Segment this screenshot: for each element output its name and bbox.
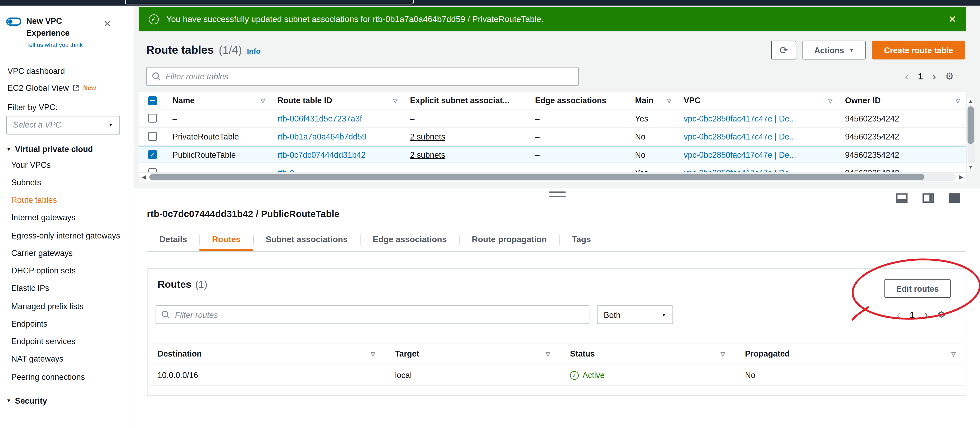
sort-icon[interactable]: ▽ [389, 97, 398, 104]
create-route-table-button[interactable]: Create route table [872, 41, 965, 59]
sidebar-item-elastic-ips[interactable]: Elastic IPs [0, 280, 134, 298]
tab-subnet-associations[interactable]: Subnet associations [253, 228, 360, 251]
scroll-down-icon[interactable]: ▼ [968, 164, 973, 171]
close-icon[interactable]: ✕ [103, 18, 111, 30]
tab-routes[interactable]: Routes [199, 228, 253, 251]
scroll-thumb[interactable] [150, 174, 925, 180]
routes-column-header-status[interactable]: Status▽ [560, 349, 735, 358]
vpc-link[interactable]: vpc-0bc2850fac417c47e | De... [684, 168, 796, 172]
sidebar-item-managed-prefix-lists[interactable]: Managed prefix lists [0, 298, 134, 316]
actions-button[interactable]: Actions ▼ [802, 41, 866, 59]
preferences-gear-icon[interactable]: ⚙ [945, 71, 954, 82]
select-all-checkbox[interactable] [148, 96, 157, 105]
tab-details[interactable]: Details [147, 228, 199, 251]
sidebar-item-endpoints[interactable]: Endpoints [0, 315, 134, 333]
tab-tags[interactable]: Tags [560, 228, 604, 251]
sort-icon[interactable]: ▽ [663, 97, 671, 104]
scroll-left-icon[interactable]: ◀ [139, 174, 149, 180]
sort-icon[interactable]: ▽ [367, 351, 375, 357]
scroll-right-icon[interactable]: ▶ [956, 174, 966, 180]
column-header-name[interactable]: Name▽ [166, 96, 271, 105]
row-checkbox[interactable] [148, 168, 157, 172]
sidebar-item-dhcp-option-sets[interactable]: DHCP option sets [0, 262, 134, 280]
filter-routes-input[interactable] [156, 305, 589, 324]
scroll-track[interactable] [967, 105, 974, 164]
cell-vpc: vpc-0bc2850fac417c47e | De... [678, 168, 839, 172]
routes-filter-dropdown[interactable]: Both ▼ [597, 305, 673, 324]
sort-icon[interactable]: ▽ [257, 97, 265, 104]
sidebar-item-subnets[interactable]: Subnets [0, 174, 134, 192]
column-header-vpc[interactable]: VPC▽ [678, 96, 839, 105]
new-experience-toggle[interactable] [6, 18, 21, 26]
sidebar-item-endpoint-services[interactable]: Endpoint services [0, 333, 134, 351]
info-link[interactable]: Info [247, 46, 261, 55]
route-table-id-link[interactable]: rtb-0c7dc07444dd31b42 [277, 150, 366, 159]
sidebar-section-virtual-private-cloud[interactable]: ▼ Virtual private cloud [0, 134, 134, 157]
layout-hide-panel-icon[interactable] [949, 193, 960, 203]
route-table-id-link[interactable]: rtb-0b1a7a0a464b7dd59 [277, 132, 367, 141]
row-checkbox[interactable] [148, 132, 157, 141]
sidebar-section-security[interactable]: ▼ Security [0, 386, 134, 408]
sidebar-item-nat-gateways[interactable]: NAT gateways [0, 351, 134, 369]
sort-icon[interactable]: ▽ [947, 351, 956, 357]
sidebar-item-vpc-dashboard[interactable]: VPC dashboard [0, 62, 134, 80]
route-table-row[interactable]: ✓PublicRouteTablertb-0c7dc07444dd31b422 … [139, 146, 966, 164]
route-table-id-link[interactable]: rtb-006f431d5e7237a3f [277, 113, 362, 123]
scroll-thumb[interactable] [967, 106, 974, 144]
sort-icon[interactable]: ▽ [542, 351, 550, 357]
column-header-explicit-subnet-associat[interactable]: Explicit subnet associat... [404, 96, 529, 105]
sidebar-item-route-tables[interactable]: Route tables [0, 192, 134, 209]
vpc-select-dropdown[interactable]: Select a VPC ▼ [6, 116, 120, 134]
route-table-row[interactable]: rtb-0...Yesvpc-0bc2850fac417c47e | De...… [139, 164, 966, 172]
layout-bottom-panel-icon[interactable] [896, 193, 907, 203]
status-text: Active [582, 371, 605, 380]
new-experience-feedback-link[interactable]: Tell us what you think [26, 41, 84, 48]
filter-route-tables-input[interactable] [146, 67, 579, 86]
routes-column-header-destination[interactable]: Destination▽ [148, 349, 385, 358]
scroll-up-icon[interactable]: ▲ [968, 97, 973, 105]
pagination-prev-icon[interactable]: ‹ [897, 308, 900, 321]
pagination-prev-icon[interactable]: ‹ [905, 70, 908, 83]
sidebar-item-egress-only-internet-gateways[interactable]: Egress-only internet gateways [0, 227, 134, 244]
pagination-next-icon[interactable]: › [924, 308, 928, 321]
route-table-body: –rtb-006f431d5e7237a3f––Yesvpc-0bc2850fa… [139, 110, 966, 164]
route-table-id-link[interactable]: rtb-0... [277, 168, 301, 172]
column-header-main[interactable]: Main▽ [629, 96, 678, 105]
sidebar-item-your-vpcs[interactable]: Your VPCs [0, 156, 134, 174]
preferences-gear-icon[interactable]: ⚙ [937, 309, 946, 321]
column-header-route-table-id[interactable]: Route table ID▽ [271, 96, 404, 105]
sort-icon[interactable]: ▽ [952, 97, 960, 104]
routes-column-header-propagated[interactable]: Propagated▽ [735, 349, 966, 358]
details-title: rtb-0c7dc07444dd31b42 / PublicRouteTable [147, 208, 339, 219]
sidebar-item-carrier-gateways[interactable]: Carrier gateways [0, 244, 134, 262]
sidebar-item-peering-connections[interactable]: Peering connections [0, 369, 134, 386]
vpc-link[interactable]: vpc-0bc2850fac417c47e | De... [684, 150, 796, 159]
route-table-row[interactable]: –rtb-006f431d5e7237a3f––Yesvpc-0bc2850fa… [139, 110, 966, 128]
edit-routes-button[interactable]: Edit routes [885, 279, 951, 298]
pagination-page[interactable]: 1 [918, 71, 923, 81]
routes-column-header-target[interactable]: Target▽ [385, 349, 560, 358]
refresh-button[interactable]: ⟳ [771, 41, 796, 59]
layout-side-panel-icon[interactable] [923, 193, 934, 203]
scroll-track[interactable] [149, 173, 956, 181]
sidebar-item-ec2-global-view[interactable]: EC2 Global View New [0, 79, 134, 96]
tab-edge-associations[interactable]: Edge associations [360, 228, 460, 251]
tab-route-propagation[interactable]: Route propagation [459, 228, 559, 251]
top-search-outline[interactable] [125, 0, 414, 5]
route-table-row[interactable]: PrivateRouteTablertb-0b1a7a0a464b7dd592 … [139, 128, 966, 146]
vpc-link[interactable]: vpc-0bc2850fac417c47e | De... [684, 132, 796, 141]
row-checkbox[interactable]: ✓ [148, 150, 157, 159]
column-header-edge-associations[interactable]: Edge associations [529, 96, 629, 105]
subnets-popover-link[interactable]: 2 subnets [410, 150, 445, 159]
row-checkbox[interactable] [148, 114, 157, 123]
banner-close-icon[interactable]: ✕ [948, 13, 956, 25]
pagination-next-icon[interactable]: › [932, 70, 936, 83]
vpc-link[interactable]: vpc-0bc2850fac417c47e | De... [684, 113, 796, 123]
split-panel-drag-handle[interactable] [549, 192, 565, 197]
column-header-owner-id[interactable]: Owner ID▽ [839, 96, 966, 105]
sidebar-item-internet-gateways[interactable]: Internet gateways [0, 209, 134, 227]
sort-icon[interactable]: ▽ [717, 351, 725, 357]
pagination-page[interactable]: 1 [910, 310, 915, 320]
subnets-popover-link[interactable]: 2 subnets [410, 132, 445, 141]
sort-icon[interactable]: ▽ [824, 97, 833, 104]
